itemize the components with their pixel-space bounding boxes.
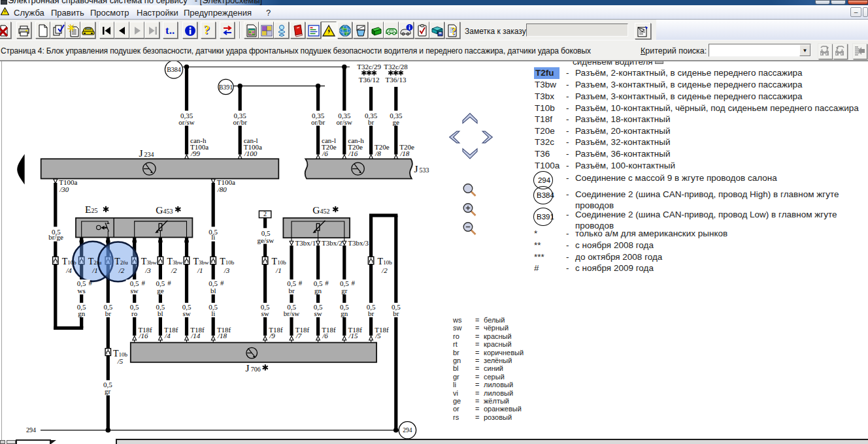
- svg-text:?: ?: [204, 24, 210, 37]
- svg-text:?: ?: [451, 25, 456, 37]
- svg-text:t..: t..: [165, 24, 175, 37]
